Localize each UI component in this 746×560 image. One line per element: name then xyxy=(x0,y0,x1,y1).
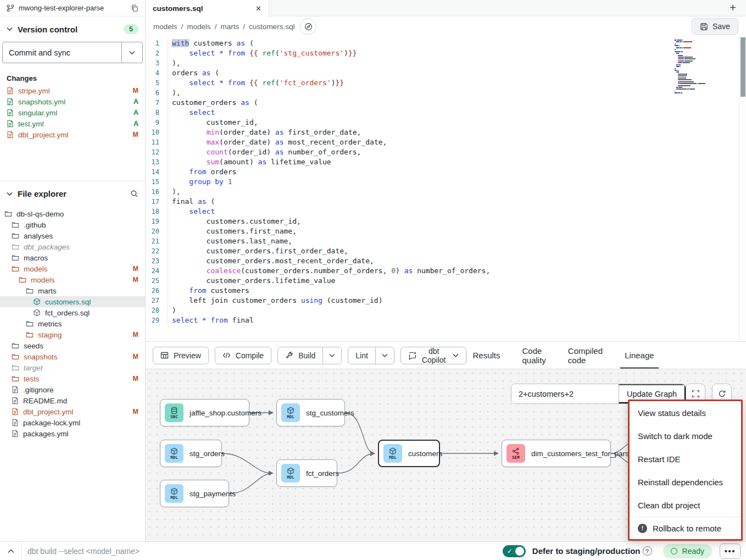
commit-and-sync-label[interactable]: Commit and sync xyxy=(3,42,121,63)
status-circle-icon xyxy=(671,548,677,555)
tree-item[interactable]: modelsM xyxy=(0,263,145,274)
folder-icon xyxy=(26,320,34,328)
tree-item[interactable]: marts xyxy=(0,285,145,296)
tree-item[interactable]: seeds xyxy=(0,340,145,351)
fullscreen-icon xyxy=(692,390,700,398)
compile-button[interactable]: Compile xyxy=(215,347,271,364)
menu-item-restart-ide[interactable]: Restart IDE xyxy=(630,447,741,470)
dbt-copilot-button[interactable]: dbt Copilot xyxy=(400,347,467,364)
commit-and-sync-button[interactable]: Commit and sync xyxy=(2,42,143,63)
defer-toggle[interactable]: ✓ xyxy=(503,545,526,557)
lineage-node[interactable]: MDLstg_customers xyxy=(276,399,345,426)
lint-options-caret[interactable] xyxy=(375,347,394,364)
menu-item-reinstall-dependencies[interactable]: Reinstall dependencies xyxy=(630,470,741,494)
tree-item[interactable]: testsM xyxy=(0,373,145,384)
breadcrumb-segment[interactable]: models xyxy=(187,23,211,31)
change-status: A xyxy=(133,120,138,127)
tree-item[interactable]: analyses xyxy=(0,230,145,241)
tree-item[interactable]: snapshotsM xyxy=(0,351,145,362)
lineage-search-input[interactable] xyxy=(511,384,619,403)
code-line: 17final as ( xyxy=(146,197,746,207)
version-control-header[interactable]: Version control 5 xyxy=(0,16,145,40)
lint-button[interactable]: Lint xyxy=(348,347,394,364)
menu-item-clean-dbt-project[interactable]: Clean dbt project xyxy=(630,494,741,517)
tree-item[interactable]: modelsM xyxy=(0,274,145,285)
command-input[interactable] xyxy=(22,547,503,556)
lineage-node[interactable]: MDLcustomers xyxy=(378,440,440,467)
tree-item-label: dbt_project.yml xyxy=(23,408,74,416)
save-button[interactable]: Save xyxy=(692,18,738,35)
tab-lineage[interactable]: Lineage xyxy=(625,342,654,369)
breadcrumb-segment[interactable]: customers.sql xyxy=(249,23,294,31)
line-number: 26 xyxy=(146,286,168,296)
more-options-button[interactable]: ••• xyxy=(720,544,741,559)
file-tree: db-sl-qs-demo.githubanalysesdbt_packages… xyxy=(0,204,145,439)
open-in-explorer-button[interactable] xyxy=(300,18,316,35)
file-icon xyxy=(12,408,19,415)
tree-item[interactable]: db-sl-qs-demo xyxy=(0,208,145,219)
preview-button[interactable]: Preview xyxy=(153,347,209,364)
tree-item[interactable]: README.md xyxy=(0,395,145,406)
tree-item-status: M xyxy=(133,276,138,284)
menu-item-view-status-details[interactable]: View status details xyxy=(630,401,741,424)
build-options-caret[interactable] xyxy=(322,347,341,364)
lineage-node[interactable]: MDLfct_orders xyxy=(276,459,337,487)
tree-item-label: db-sl-qs-demo xyxy=(16,210,64,218)
code-line: 3), xyxy=(146,58,746,68)
scrollbar-thumb[interactable] xyxy=(741,37,745,97)
tab-code-quality[interactable]: Code quality xyxy=(522,342,545,369)
lineage-node[interactable]: SEMdim_customers_test_for_parse xyxy=(502,440,611,467)
tree-item[interactable]: macros xyxy=(0,252,145,263)
lineage-node[interactable]: SRCjaffle_shop.customers xyxy=(160,399,249,426)
model-icon xyxy=(33,309,41,317)
change-row[interactable]: dbt_project.ymlM xyxy=(0,129,145,140)
menu-item-rollback-to-remote[interactable]: !Rollback to remote xyxy=(630,517,741,539)
tree-item[interactable]: .github xyxy=(0,219,145,230)
collapse-panel-button[interactable] xyxy=(0,542,22,560)
search-icon[interactable] xyxy=(130,190,138,198)
tree-item[interactable]: packages.yml xyxy=(0,428,145,439)
model-icon xyxy=(170,447,178,455)
editor-scrollbar[interactable] xyxy=(739,36,746,341)
tree-item[interactable]: dbt_project.ymlM xyxy=(0,406,145,417)
breadcrumb-segment[interactable]: models xyxy=(153,23,177,31)
tree-item[interactable]: metrics xyxy=(0,318,145,329)
tree-item-label: marts xyxy=(38,287,57,295)
tree-item-status: M xyxy=(133,408,138,415)
file-icon xyxy=(12,419,19,426)
tree-item[interactable]: target xyxy=(0,362,145,373)
close-icon[interactable]: ✕ xyxy=(255,4,261,13)
minimap[interactable] xyxy=(675,40,731,95)
new-tab-button[interactable]: + xyxy=(720,0,746,16)
tree-item[interactable]: fct_orders.sql xyxy=(0,307,145,318)
tab-results[interactable]: Results xyxy=(472,342,500,369)
tree-item[interactable]: package-lock.yml xyxy=(0,417,145,428)
help-icon[interactable]: ? xyxy=(643,546,652,556)
file-explorer-header[interactable]: File explorer xyxy=(0,181,145,204)
tab-compiled-code[interactable]: Compiled code xyxy=(568,342,603,369)
tree-item[interactable]: .gitignore xyxy=(0,384,145,395)
commit-options-caret[interactable] xyxy=(121,42,142,63)
copilot-options-caret[interactable] xyxy=(453,353,459,358)
build-button[interactable]: Build xyxy=(277,347,342,364)
copy-icon[interactable] xyxy=(131,4,138,12)
menu-item-label: Rollback to remote xyxy=(653,524,721,533)
database-icon xyxy=(170,407,178,414)
ide-options-menu: View status detailsSwitch to dark modeRe… xyxy=(628,400,743,541)
tab-customers-sql[interactable]: customers.sql ✕ xyxy=(146,0,269,16)
change-row[interactable]: test.ymlA xyxy=(0,118,145,129)
lineage-node[interactable]: MDLstg_orders xyxy=(160,440,222,467)
tree-item-label: models xyxy=(24,265,48,273)
change-row[interactable]: stripe.ymlM xyxy=(0,85,145,96)
tree-item[interactable]: stagingM xyxy=(0,329,145,340)
lineage-node[interactable]: MDLstg_payments xyxy=(160,480,229,507)
menu-item-switch-to-dark-mode[interactable]: Switch to dark mode xyxy=(630,424,741,447)
code-editor[interactable]: 1with customers as (2 select * from {{ r… xyxy=(146,36,746,341)
ready-status-badge: Ready xyxy=(663,544,712,558)
breadcrumb-segment[interactable]: marts xyxy=(221,23,240,31)
tree-item-label: target xyxy=(24,364,43,372)
change-row[interactable]: snapshots.ymlA xyxy=(0,96,145,107)
change-row[interactable]: singular.ymlA xyxy=(0,107,145,118)
tree-item[interactable]: customers.sql xyxy=(0,296,145,307)
tree-item[interactable]: dbt_packages xyxy=(0,241,145,252)
